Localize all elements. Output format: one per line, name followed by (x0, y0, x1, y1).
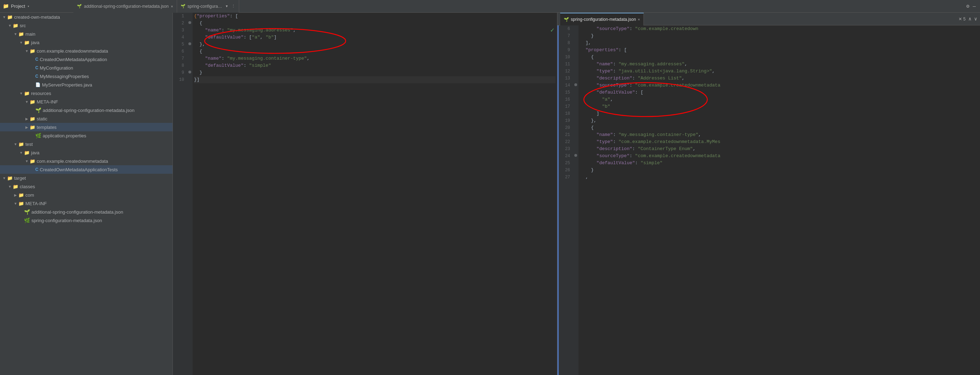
r-code-line-27: , (580, 174, 978, 181)
sidebar-item-myserver[interactable]: 📄 MyServerProperties.java (0, 80, 172, 89)
tab-dropdown-arrow[interactable]: ▾ (224, 4, 229, 8)
item-label: META-INF (25, 201, 46, 206)
sidebar-item-target-metainf[interactable]: ▼ 📁 META-INF (0, 199, 172, 207)
line-num-7: 7 (176, 55, 184, 62)
folder-java-icon: 📁 (24, 150, 30, 155)
right-collapse-icon[interactable]: ∧ (968, 16, 971, 22)
folder-icon: 📁 (30, 99, 35, 105)
code-line-10: }] (194, 76, 555, 83)
right-tab-spring-config[interactable]: 🌱 spring-configuration-metadata.json × (560, 13, 644, 26)
sidebar-item-com[interactable]: ▶ 📁 com (0, 191, 172, 199)
settings-icon[interactable]: ⚙ (966, 3, 969, 9)
item-label: com (25, 192, 34, 198)
tab-close-1[interactable]: × (171, 4, 173, 8)
sidebar-item-resources[interactable]: ▼ 📁 resources (0, 89, 172, 97)
r-code-line-8: ], (580, 40, 978, 46)
r-line-num-7: 7 (562, 32, 570, 40)
r-line-num-16: 16 (562, 96, 570, 103)
folder-icon: 📁 (13, 184, 18, 189)
item-label: additional-spring-configuration-metadata… (43, 108, 134, 113)
right-fold-marker-25[interactable] (574, 154, 577, 157)
arrow (18, 219, 24, 222)
sidebar-item-templates[interactable]: ▶ 📁 templates (0, 123, 172, 131)
sidebar-item-target-additional-json[interactable]: 🌱 additional-spring-configuration-metada… (0, 207, 172, 216)
sidebar-item-classes[interactable]: ▼ 📁 classes (0, 182, 172, 191)
folder-icon: 📁 (18, 201, 24, 206)
fold-marker-5[interactable] (188, 42, 191, 45)
item-label: META-INF (37, 99, 58, 105)
right-tab-label: spring-configuration-metadata.json (571, 17, 636, 22)
arrow: ▼ (18, 41, 24, 45)
arrow (30, 66, 35, 70)
sidebar-item-target[interactable]: ▼ 📁 target (0, 174, 172, 182)
tab-overflow-icon[interactable]: ⋮ (231, 4, 235, 8)
spring-json-icon: 🌱 (35, 107, 41, 113)
sidebar-item-myconfig[interactable]: C MyConfiguration (0, 64, 172, 72)
r-line-num-27: 27 (562, 174, 570, 181)
r-line-num-11: 11 (562, 61, 570, 68)
sidebar-item-package-main[interactable]: ▼ 📁 com.example.createdownmetadata (0, 46, 172, 55)
arrow: ▶ (13, 193, 18, 197)
sidebar-item-app-properties[interactable]: 🌿 application.properties (0, 131, 172, 140)
right-tab-close[interactable]: × (638, 17, 640, 22)
r-line-num-13: 13 (562, 75, 570, 82)
line-num-5: 5 (176, 41, 184, 48)
item-label: com.example.createdownmetadata (37, 48, 108, 54)
sidebar-item-tests-class[interactable]: C CreatedOwnMetadataApplicationTests (0, 165, 172, 174)
r-line-num-10: 10 (562, 54, 570, 61)
sidebar-item-java[interactable]: ▼ 📁 java (0, 38, 172, 46)
fold-marker-9[interactable] (188, 70, 191, 73)
tab-additional-metadata[interactable]: 🌱 additional-spring-configuration-metada… (73, 0, 177, 13)
right-editor-wrapper: 6 7 8 9 10 11 12 13 14 15 16 17 18 19 20… (557, 26, 980, 375)
arrow: ▶ (24, 125, 30, 129)
right-code-content[interactable]: "sourceType": "com.example.createdown } … (579, 26, 980, 375)
sidebar-item-spring-json[interactable]: 🌿 spring-configuration-metadata.json (0, 216, 172, 225)
sidebar-item-src[interactable]: ▼ 📁 src (0, 21, 172, 30)
fold-marker-2[interactable] (188, 21, 191, 24)
tab-label-1: additional-spring-configuration-metadata… (84, 4, 169, 9)
sidebar-item-created-own-metadata[interactable]: ▼ 📁 created-own-metadata (0, 13, 172, 21)
sidebar-item-static[interactable]: ▶ 📁 static (0, 115, 172, 123)
sidebar-item-package-test[interactable]: ▼ 📁 com.example.createdownmetadata (0, 157, 172, 165)
item-label: MyServerProperties.java (42, 82, 92, 88)
sidebar-item-test[interactable]: ▼ 📁 test (0, 140, 172, 148)
java-class-icon: C (35, 167, 38, 172)
r-code-line-6: "sourceType": "com.example.createdown (580, 26, 978, 32)
right-fold-marker-15[interactable] (574, 83, 577, 86)
item-label: created-own-metadata (14, 14, 60, 20)
item-label: target (14, 176, 26, 181)
sidebar-item-main[interactable]: ▼ 📁 main (0, 30, 172, 38)
item-label: MyConfiguration (40, 65, 73, 70)
folder-java-icon: 📁 (24, 40, 30, 45)
sidebar-item-mymessaging[interactable]: C MyMessagingProperties (0, 72, 172, 80)
code-line-5: }, (194, 41, 555, 48)
minimize-icon[interactable]: — (973, 3, 976, 9)
left-code-content[interactable]: {"properties": [ { "name": "my.messaging… (192, 13, 557, 375)
folder-package-icon: 📁 (30, 48, 35, 54)
item-label: application.properties (43, 133, 86, 139)
r-line-num-17: 17 (562, 103, 570, 110)
code-line-4: "defaultValue": ["a", "b"] (194, 34, 555, 41)
sidebar-item-app-class[interactable]: C CreatedOwnMetadataApplication (0, 55, 172, 64)
arrow (18, 210, 24, 214)
tab-spring-configura[interactable]: 🌱 spring-configura… ▾ ⋮ (177, 0, 239, 13)
r-line-num-20: 20 (562, 124, 570, 131)
line-num-6: 6 (176, 48, 184, 55)
sidebar-item-additional-json[interactable]: 🌱 additional-spring-configuration-metada… (0, 106, 172, 115)
sidebar-item-meta-inf[interactable]: ▼ 📁 META-INF (0, 97, 172, 106)
left-line-numbers: 1 2 3 4 5 6 7 8 9 10 (173, 13, 187, 375)
arrow: ▼ (18, 91, 24, 95)
item-label: spring-configuration-metadata.json (32, 218, 102, 223)
r-code-line-16: "a", (580, 96, 978, 103)
right-expand-icon[interactable]: ∨ (974, 16, 977, 22)
arrow: ▼ (13, 32, 18, 36)
sidebar-item-test-java[interactable]: ▼ 📁 java (0, 148, 172, 157)
r-line-num-25: 25 (562, 160, 570, 167)
arrow: ▼ (13, 142, 18, 146)
r-code-line-24: "sourceType": "com.example.createdownmet… (580, 153, 978, 160)
project-dropdown-arrow[interactable]: ▾ (27, 4, 29, 8)
folder-package-icon: 📁 (30, 158, 35, 164)
r-line-num-12: 12 (562, 68, 570, 75)
properties-icon: 🌿 (35, 133, 41, 139)
item-label: templates (37, 124, 56, 130)
